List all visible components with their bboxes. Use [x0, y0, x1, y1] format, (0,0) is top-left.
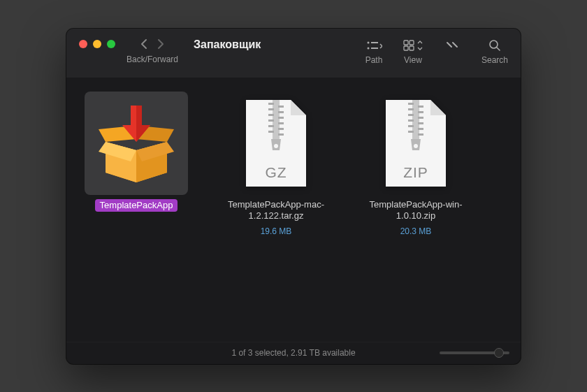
svg-rect-26	[408, 103, 414, 105]
path-tool: Path	[364, 38, 384, 65]
svg-rect-17	[278, 117, 284, 119]
file-name: TemplatePackApp	[95, 199, 178, 212]
file-item[interactable]: ZIP TemplatePackApp-win-1.0.10.zip 20.3 …	[360, 92, 472, 237]
svg-line-9	[497, 48, 500, 50]
svg-rect-15	[278, 111, 284, 113]
overflow-label	[451, 55, 453, 65]
svg-rect-33	[418, 122, 423, 124]
svg-rect-27	[418, 106, 423, 108]
forward-button[interactable]	[156, 38, 164, 52]
svg-rect-28	[408, 108, 414, 110]
svg-point-38	[414, 144, 418, 148]
titlebar: Back/Forward Запаковщик Path	[66, 29, 521, 78]
view-tool: View	[403, 38, 423, 65]
icon-size-slider[interactable]	[440, 351, 509, 354]
file-name: TemplatePackApp-win-1.0.10.zip	[360, 199, 472, 223]
svg-rect-22	[268, 131, 274, 133]
toolbar-tools: Path View	[364, 38, 508, 65]
file-name: TemplatePackApp-mac-1.2.122.tar.gz	[220, 199, 332, 223]
svg-point-0	[367, 41, 369, 43]
svg-point-2	[367, 47, 369, 49]
file-size: 20.3 MB	[400, 226, 432, 236]
svg-rect-12	[268, 103, 274, 105]
svg-rect-20	[268, 125, 274, 127]
window-title: Запаковщик	[194, 38, 261, 51]
svg-rect-5	[410, 41, 414, 45]
svg-rect-37	[418, 133, 423, 136]
slider-knob[interactable]	[494, 348, 504, 358]
svg-rect-1	[371, 42, 378, 43]
finder-window: Back/Forward Запаковщик Path	[66, 29, 521, 364]
view-button[interactable]	[403, 38, 423, 52]
search-button[interactable]	[485, 38, 505, 52]
status-text: 1 of 3 selected, 2.91 TB available	[231, 348, 355, 358]
svg-rect-4	[404, 41, 408, 45]
svg-rect-35	[418, 128, 423, 130]
archive-icon: ZIP	[364, 92, 468, 195]
file-size: 19.6 MB	[261, 226, 292, 236]
path-label: Path	[365, 55, 383, 65]
svg-rect-3	[371, 48, 378, 49]
path-button[interactable]	[364, 38, 384, 52]
overflow-tool	[442, 38, 462, 65]
svg-rect-21	[278, 128, 284, 130]
status-bar: 1 of 3 selected, 2.91 TB available	[66, 342, 521, 364]
svg-rect-6	[404, 46, 408, 50]
minimize-window-button[interactable]	[93, 40, 101, 48]
svg-rect-29	[418, 111, 423, 113]
back-button[interactable]	[140, 38, 149, 52]
maximize-window-button[interactable]	[107, 40, 115, 48]
view-label: View	[404, 55, 422, 65]
search-label: Search	[481, 55, 508, 65]
nav-label: Back/Forward	[126, 55, 178, 64]
file-ext-label: ZIP	[382, 164, 450, 181]
app-icon	[85, 92, 188, 195]
svg-rect-23	[278, 133, 284, 136]
file-item[interactable]: GZ TemplatePackApp-mac-1.2.122.tar.gz 19…	[220, 92, 332, 237]
file-item[interactable]: TemplatePackApp	[80, 92, 192, 212]
svg-rect-7	[410, 46, 414, 50]
nav-group: Back/Forward	[126, 38, 178, 64]
svg-rect-34	[408, 125, 414, 127]
svg-rect-36	[408, 131, 414, 133]
svg-rect-30	[408, 114, 414, 116]
window-controls	[79, 38, 115, 48]
file-ext-label: GZ	[242, 164, 310, 181]
svg-rect-32	[408, 119, 414, 122]
svg-rect-16	[268, 114, 274, 116]
svg-rect-31	[418, 117, 423, 119]
file-grid[interactable]: TemplatePackApp	[66, 78, 521, 342]
svg-rect-19	[278, 122, 284, 124]
svg-rect-18	[268, 119, 274, 122]
overflow-button[interactable]	[442, 38, 462, 52]
svg-rect-13	[278, 106, 284, 108]
svg-point-24	[274, 144, 278, 148]
search-tool: Search	[481, 38, 508, 65]
archive-icon: GZ	[224, 92, 328, 195]
close-window-button[interactable]	[79, 40, 87, 48]
svg-point-8	[490, 41, 498, 48]
svg-rect-14	[268, 108, 274, 110]
